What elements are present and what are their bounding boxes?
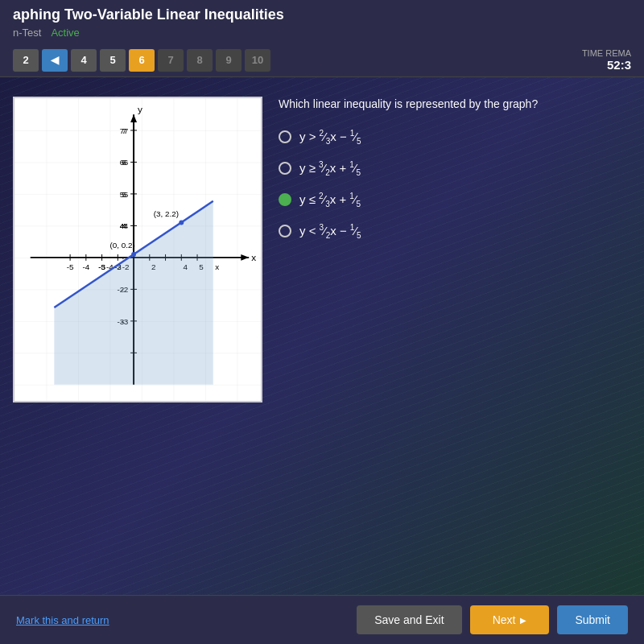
radio-c[interactable] (279, 193, 291, 206)
svg-text:-3: -3 (98, 262, 105, 271)
svg-text:-4: -4 (82, 262, 89, 271)
next-button[interactable]: Next (470, 605, 550, 634)
svg-text:(3, 2.2): (3, 2.2) (154, 209, 179, 218)
page-title: aphing Two-Variable Linear Inequalities (13, 6, 631, 27)
save-exit-button[interactable]: Save and Exit (357, 605, 461, 634)
graph-svg: x y 7 6 5 4 4 5 6 7 4 · (14, 98, 261, 401)
svg-text:x: x (251, 252, 256, 263)
answer-text-d: y < 3⁄2x − 1⁄5 (299, 223, 361, 240)
question-area: Which linear inequality is represented b… (279, 97, 631, 402)
svg-text:(0, 0.2): (0, 0.2) (109, 241, 134, 250)
status-badge: Active (51, 27, 79, 39)
radio-a[interactable] (279, 130, 291, 143)
header-subtitle: n-Test Active (13, 27, 631, 43)
submit-button[interactable]: Submit (557, 605, 628, 634)
nav-bar: 2 ◀ 4 5 6 7 8 9 10 TIME REMA 52:3 (0, 43, 644, 77)
nav-btn-9[interactable]: 9 (216, 49, 242, 72)
answer-text-a: y > 2⁄3x − 1⁄5 (299, 129, 361, 146)
screen: aphing Two-Variable Linear Inequalities … (0, 0, 644, 644)
nav-btn-8[interactable]: 8 (187, 49, 213, 72)
svg-text:y: y (138, 104, 142, 115)
question-text: Which linear inequality is represented b… (279, 97, 631, 113)
answer-option-c[interactable]: y ≤ 2⁄3x + 1⁄5 (279, 192, 631, 208)
time-label: TIME REMA (582, 48, 631, 58)
mark-return-link[interactable]: Mark this and return (16, 614, 109, 626)
svg-text:4: 4 (124, 221, 129, 230)
nav-btn-6[interactable]: 6 (129, 49, 155, 72)
answer-option-a[interactable]: y > 2⁄3x − 1⁄5 (279, 129, 631, 146)
svg-point-57 (131, 252, 136, 257)
radio-b[interactable] (279, 162, 291, 175)
answer-text-c: y ≤ 2⁄3x + 1⁄5 (299, 192, 361, 208)
timer-container: TIME REMA 52:3 (582, 48, 631, 72)
svg-text:7: 7 (124, 126, 128, 135)
svg-text:5: 5 (124, 190, 129, 199)
time-value: 52:3 (582, 58, 631, 72)
answer-option-d[interactable]: y < 3⁄2x − 1⁄5 (279, 223, 631, 240)
answer-text-b: y ≥ 3⁄2x + 1⁄5 (299, 160, 361, 177)
bottom-bar: Mark this and return Save and Exit Next … (0, 595, 644, 644)
nav-btn-7[interactable]: 7 (158, 49, 184, 72)
header: aphing Two-Variable Linear Inequalities … (0, 0, 644, 43)
main-content: x y 7 6 5 4 4 5 6 7 4 · (0, 84, 644, 415)
svg-text:x: x (215, 262, 219, 271)
nav-btn-2[interactable]: 2 (13, 49, 39, 72)
svg-text:6: 6 (124, 158, 129, 167)
nav-btn-10[interactable]: 10 (245, 49, 270, 72)
bottom-buttons: Save and Exit Next Submit (357, 605, 628, 634)
nav-btn-5[interactable]: 5 (100, 49, 126, 72)
svg-text:-5: -5 (67, 262, 74, 271)
svg-point-59 (179, 220, 184, 225)
radio-d[interactable] (279, 225, 291, 237)
nav-btn-back[interactable]: ◀ (42, 49, 68, 72)
answer-option-b[interactable]: y ≥ 3⁄2x + 1⁄5 (279, 160, 631, 177)
graph-container: x y 7 6 5 4 4 5 6 7 4 · (13, 97, 262, 402)
test-label: n-Test (13, 27, 41, 39)
nav-btn-4[interactable]: 4 (71, 49, 97, 72)
